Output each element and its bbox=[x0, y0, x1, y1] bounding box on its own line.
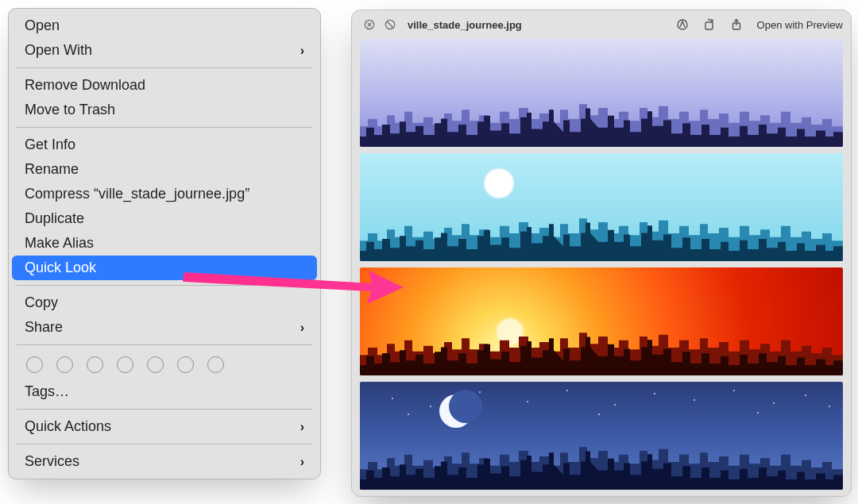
menu-item-share[interactable]: Share› bbox=[9, 315, 320, 340]
svg-line-4 bbox=[388, 22, 393, 28]
menu-item-compress-ville-stade-journee-jpg[interactable]: Compress “ville_stade_journee.jpg” bbox=[9, 182, 320, 206]
menu-separator bbox=[17, 285, 312, 286]
menu-item-label: Compress “ville_stade_journee.jpg” bbox=[25, 186, 249, 202]
tag-color-slot[interactable] bbox=[147, 356, 164, 373]
open-with-preview-button[interactable]: Open with Preview bbox=[757, 19, 843, 31]
star-icon bbox=[566, 390, 568, 391]
rotate-icon[interactable] bbox=[703, 18, 716, 31]
quicklook-preview-area bbox=[352, 39, 851, 497]
star-icon bbox=[479, 391, 481, 393]
fullscreen-icon[interactable] bbox=[384, 18, 396, 31]
star-icon bbox=[598, 414, 600, 415]
skyline-front bbox=[360, 331, 843, 375]
moon-mask bbox=[449, 390, 482, 423]
star-icon bbox=[430, 406, 431, 407]
menu-item-move-to-trash[interactable]: Move to Trash bbox=[9, 98, 320, 122]
quicklook-filename: ville_stade_journee.jpg bbox=[408, 19, 522, 31]
tag-color-slot[interactable] bbox=[87, 356, 103, 373]
star-icon bbox=[733, 390, 735, 391]
menu-item-rename[interactable]: Rename bbox=[9, 157, 320, 182]
menu-item-label: Rename bbox=[25, 161, 79, 178]
menu-separator bbox=[17, 444, 312, 444]
skyline-front bbox=[360, 217, 843, 261]
share-icon[interactable] bbox=[730, 18, 743, 31]
menu-item-remove-download[interactable]: Remove Download bbox=[9, 73, 320, 98]
star-icon bbox=[527, 401, 528, 402]
menu-item-duplicate[interactable]: Duplicate bbox=[9, 206, 320, 231]
tag-color-slot[interactable] bbox=[117, 356, 133, 373]
menu-item-label: Open bbox=[25, 17, 60, 34]
chevron-right-icon: › bbox=[300, 420, 304, 434]
menu-separator bbox=[17, 127, 312, 128]
menu-item-tags[interactable]: Tags… bbox=[9, 379, 320, 404]
tag-color-slot[interactable] bbox=[207, 356, 224, 373]
menu-item-label: Remove Download bbox=[25, 77, 145, 94]
tag-color-slot[interactable] bbox=[56, 356, 73, 373]
skyline-panel-dusk bbox=[360, 267, 843, 375]
chevron-right-icon: › bbox=[300, 44, 304, 58]
menu-item-label: Make Alias bbox=[25, 235, 94, 252]
menu-item-label: Get Info bbox=[25, 137, 75, 153]
menu-item-label: Open With bbox=[25, 42, 92, 59]
finder-context-menu: OpenOpen With›Remove DownloadMove to Tra… bbox=[8, 8, 321, 479]
star-icon bbox=[614, 404, 616, 406]
sun-icon bbox=[483, 167, 515, 199]
menu-separator bbox=[17, 344, 312, 345]
menu-item-get-info[interactable]: Get Info bbox=[9, 133, 320, 157]
menu-item-make-alias[interactable]: Make Alias bbox=[9, 231, 320, 256]
markup-icon[interactable] bbox=[676, 18, 689, 31]
menu-separator bbox=[17, 409, 312, 410]
star-icon bbox=[805, 394, 806, 396]
menu-item-label: Duplicate bbox=[25, 210, 84, 227]
skyline-front bbox=[360, 102, 843, 147]
menu-item-copy[interactable]: Copy bbox=[9, 290, 320, 315]
menu-item-quick-actions[interactable]: Quick Actions› bbox=[9, 414, 320, 439]
chevron-right-icon: › bbox=[300, 321, 304, 335]
chevron-right-icon: › bbox=[300, 455, 304, 469]
skyline-front bbox=[360, 445, 843, 490]
star-icon bbox=[694, 399, 695, 401]
quicklook-titlebar: ville_stade_journee.jpg bbox=[352, 10, 851, 39]
star-icon bbox=[773, 402, 775, 404]
menu-item-open-with[interactable]: Open With› bbox=[9, 38, 320, 63]
star-icon bbox=[654, 393, 655, 394]
tag-color-slot[interactable] bbox=[26, 356, 43, 373]
menu-item-quick-look[interactable]: Quick Look bbox=[12, 256, 317, 280]
menu-item-label: Services bbox=[25, 453, 79, 470]
menu-item-label: Copy bbox=[25, 294, 58, 311]
skyline-panel-dawn bbox=[360, 39, 843, 147]
menu-item-label: Tags… bbox=[25, 383, 69, 400]
star-icon bbox=[829, 406, 830, 407]
skyline-panel-day bbox=[360, 153, 843, 261]
star-icon bbox=[757, 412, 759, 414]
menu-item-label: Move to Trash bbox=[25, 102, 115, 118]
tag-color-row bbox=[9, 350, 320, 379]
skyline-panel-night bbox=[360, 382, 843, 490]
star-icon bbox=[408, 414, 409, 415]
menu-separator bbox=[17, 67, 312, 68]
quicklook-window: ville_stade_journee.jpg bbox=[351, 10, 852, 497]
close-icon[interactable] bbox=[363, 18, 376, 31]
menu-item-open[interactable]: Open bbox=[9, 13, 320, 38]
star-icon bbox=[392, 398, 393, 399]
menu-item-services[interactable]: Services› bbox=[9, 449, 320, 474]
menu-item-label: Quick Actions bbox=[25, 418, 111, 435]
tag-color-slot[interactable] bbox=[177, 356, 194, 373]
menu-item-label: Share bbox=[25, 319, 63, 336]
svg-rect-6 bbox=[705, 22, 713, 29]
menu-item-label: Quick Look bbox=[25, 260, 96, 276]
